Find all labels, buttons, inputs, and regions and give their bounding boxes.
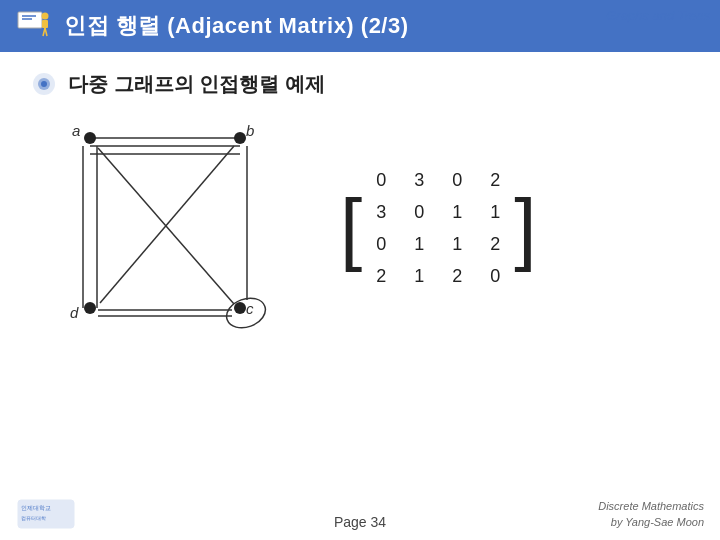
svg-point-23 — [234, 302, 246, 314]
content-area: 다중 그래프의 인접행렬 예제 — [0, 52, 720, 356]
slide-title: 인접 행렬 (Adjacent Matrix) (2/3) — [64, 11, 409, 41]
header-icon — [16, 8, 52, 44]
svg-line-19 — [100, 146, 234, 303]
matrix-cell: 2 — [442, 261, 472, 291]
matrix-cell: 0 — [404, 197, 434, 227]
svg-text:b: b — [246, 122, 254, 139]
footer-logo: 인제대학교 컴퓨터대학 — [16, 498, 76, 530]
svg-point-22 — [234, 132, 246, 144]
matrix-cell: 3 — [366, 197, 396, 227]
footer-credit-text: Discrete Mathematics by Yang-Sae Moon — [598, 499, 704, 530]
matrix-cell: 0 — [366, 165, 396, 195]
footer-credit: Discrete Mathematics by Yang-Sae Moon — [598, 499, 704, 530]
matrix-cell: 2 — [366, 261, 396, 291]
matrix-cell: 2 — [480, 165, 510, 195]
svg-point-24 — [84, 302, 96, 314]
page-number: Page 34 — [334, 514, 386, 530]
footer: 인제대학교 컴퓨터대학 Page 34 Discrete Mathematics… — [0, 514, 720, 530]
matrix-cell: 1 — [404, 229, 434, 259]
svg-text:a: a — [72, 122, 80, 139]
svg-rect-4 — [42, 20, 48, 28]
svg-text:d: d — [70, 304, 79, 321]
matrix-cell: 3 — [404, 165, 434, 195]
svg-text:컴퓨터대학: 컴퓨터대학 — [21, 515, 46, 521]
matrix-grid: 0302301101122120 — [366, 165, 510, 291]
svg-text:인제대학교: 인제대학교 — [21, 505, 51, 511]
left-bracket: [ — [340, 188, 362, 268]
svg-point-21 — [84, 132, 96, 144]
matrix-cell: 1 — [442, 197, 472, 227]
svg-line-6 — [45, 28, 47, 36]
bullet-icon — [30, 70, 58, 98]
graph-diagram: a b c d — [50, 118, 280, 338]
svg-rect-0 — [18, 12, 42, 28]
university-logo-icon: 인제대학교 컴퓨터대학 — [16, 498, 76, 530]
diagram-area: a b c d [ 0302301101122120 ] — [30, 118, 690, 338]
matrix-cell: 0 — [366, 229, 396, 259]
subtitle-text: 다중 그래프의 인접행렬 예제 — [68, 71, 325, 98]
matrix-cell: 1 — [442, 229, 472, 259]
svg-text:c: c — [246, 300, 254, 317]
matrix-cell: 0 — [442, 165, 472, 195]
right-bracket: ] — [514, 188, 536, 268]
matrix-container: [ 0302301101122120 ] — [340, 165, 536, 291]
matrix-cell: 1 — [480, 197, 510, 227]
subtitle-row: 다중 그래프의 인접행렬 예제 — [30, 70, 690, 98]
svg-point-9 — [41, 81, 47, 87]
matrix-cell: 1 — [404, 261, 434, 291]
matrix-cell: 0 — [480, 261, 510, 291]
matrix-cell: 2 — [480, 229, 510, 259]
svg-point-3 — [42, 13, 49, 20]
section-label: Graphs and Trees — [606, 8, 710, 23]
